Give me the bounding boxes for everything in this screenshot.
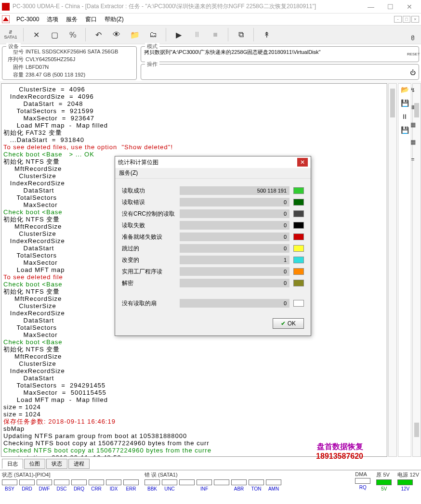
power-icon[interactable]: ⏻ bbox=[407, 69, 419, 81]
mdi-minimize[interactable]: - bbox=[394, 16, 402, 23]
status-led bbox=[376, 479, 392, 485]
dialog-close-button[interactable]: ✕ bbox=[297, 158, 308, 167]
mdi-restore[interactable]: □ bbox=[403, 16, 410, 23]
copy-icon[interactable]: ⧉ bbox=[233, 27, 249, 42]
halt-icon[interactable]: ⏸ bbox=[407, 104, 419, 116]
status-led bbox=[2, 479, 17, 485]
status-cell: BBK bbox=[145, 479, 160, 491]
device-capacity: 238.47 GB (500 118 192) bbox=[26, 72, 85, 78]
status-cell bbox=[214, 479, 229, 491]
status-label: 5V bbox=[381, 486, 387, 491]
back-icon[interactable]: ↶ bbox=[91, 27, 106, 42]
stat-row: 没有CRC控制的读取0 bbox=[122, 209, 304, 218]
status-dma: DMA RQ bbox=[355, 471, 370, 490]
mdi-close[interactable]: × bbox=[411, 16, 419, 23]
close-button[interactable]: ✕ bbox=[400, 0, 419, 13]
dialog-body: 读取成功500 118 191读取错误0没有CRC控制的读取0读取失败0准备就绪… bbox=[115, 179, 311, 314]
folders-icon[interactable]: 🗂 bbox=[145, 27, 161, 42]
mdi-controls: - □ × bbox=[394, 16, 419, 23]
stat-value: 1 bbox=[180, 256, 289, 264]
minimize-button[interactable]: — bbox=[361, 0, 381, 13]
play-icon[interactable]: ▶ bbox=[171, 27, 186, 42]
ok-button[interactable]: OK bbox=[273, 318, 304, 329]
status-cell: CRR bbox=[89, 479, 104, 491]
device-model: INTEL SSDSCKKF256H6 SATA 256GB bbox=[26, 49, 118, 54]
stat-row: 读取成功500 118 191 bbox=[122, 186, 304, 195]
status-bar: 状态 (SATA1)-[PIO4] BSYDRDDWFDSCDRQCRRIDXE… bbox=[0, 470, 421, 492]
status-led bbox=[123, 479, 139, 485]
stop-icon[interactable]: ■ bbox=[208, 27, 223, 42]
status-label: BBK bbox=[147, 486, 157, 491]
dialog-title: 统计和计算位图 bbox=[118, 158, 297, 167]
status-led bbox=[106, 479, 121, 485]
stat-value: 0 bbox=[180, 244, 289, 253]
status-cell: 12V bbox=[397, 479, 413, 491]
main-toolbar: ⇵SATA1 ✕ ▢ ⁰⁄₀ ↶ 👁 📁 🗂 ▶ ⏸ ■ ⧉ ↟ bbox=[0, 25, 421, 44]
sata-button[interactable]: ⇵SATA1 bbox=[3, 27, 18, 42]
menu-help[interactable]: 帮助(Z) bbox=[101, 15, 127, 24]
stat-value: 0 bbox=[180, 267, 289, 276]
stat-value: 0 bbox=[180, 233, 289, 241]
stat-row: 解密0 bbox=[122, 279, 304, 287]
status-label: BSY bbox=[5, 486, 14, 491]
dialog-titlebar[interactable]: 统计和计算位图 ✕ bbox=[115, 156, 311, 168]
tab-log[interactable]: 日志 bbox=[2, 459, 23, 469]
status-led bbox=[266, 479, 281, 485]
folder-icon[interactable]: 📁 bbox=[127, 27, 143, 42]
stat-value: 0 bbox=[180, 299, 289, 308]
report-icon[interactable]: ▢ bbox=[47, 27, 62, 42]
percent-icon[interactable]: ⁰⁄₀ bbox=[65, 27, 80, 42]
status-label: ERR bbox=[126, 486, 136, 491]
color-swatch bbox=[293, 280, 304, 286]
db-icon[interactable]: 🛢 bbox=[407, 35, 419, 46]
gauge-icon[interactable]: ↟ bbox=[259, 27, 274, 42]
tab-status[interactable]: 状态 bbox=[46, 459, 67, 469]
mode-box: 模式 拷贝数据到"A:\PC3000\广东快递来的2258G固态硬盘201809… bbox=[141, 46, 419, 62]
stat-value: 0 bbox=[180, 209, 289, 218]
color-swatch bbox=[293, 233, 304, 240]
menu-app[interactable]: PC-3000 bbox=[13, 16, 43, 23]
status-led bbox=[19, 479, 35, 485]
dialog-menu-services[interactable]: 服务(Z) bbox=[115, 168, 311, 179]
tools-icon[interactable]: ✕ bbox=[28, 27, 44, 42]
stat-row: 准备就绪失败设0 bbox=[122, 233, 304, 241]
status-12v: 电源 12V 12V bbox=[397, 471, 419, 491]
app-icon bbox=[2, 3, 10, 11]
color-swatch bbox=[293, 245, 304, 252]
binoculars-icon[interactable]: 👁 bbox=[109, 27, 124, 42]
window-title: PC-3000 UDMA-E - China - [Data Extractor… bbox=[13, 2, 361, 11]
device-box: 设备 型号INTEL SSDSCKKF256H6 SATA 256GB 序列号C… bbox=[2, 46, 137, 80]
stat-label: 读取错误 bbox=[122, 198, 180, 207]
log-scrollbar[interactable] bbox=[388, 83, 397, 457]
tab-process[interactable]: 进程 bbox=[68, 459, 90, 469]
chip-icon[interactable]: ▦ bbox=[407, 121, 419, 133]
pause-icon[interactable]: ⏸ bbox=[189, 27, 205, 42]
probe-icon[interactable]: ↯ bbox=[407, 87, 419, 98]
status-led bbox=[37, 479, 52, 485]
status-cell: DRQ bbox=[71, 479, 87, 491]
status-label: AMN bbox=[268, 486, 279, 491]
menu-window[interactable]: 窗口 bbox=[81, 15, 101, 24]
color-swatch bbox=[293, 257, 304, 263]
status-cell: TON bbox=[249, 479, 264, 491]
maximize-button[interactable]: ☐ bbox=[381, 0, 400, 13]
link-icon[interactable]: = bbox=[407, 156, 419, 168]
status-sata: 状态 (SATA1)-[PIO4] BSYDRDDWFDSCDRQCRRIDXE… bbox=[2, 471, 139, 491]
stats-dialog: 统计和计算位图 ✕ 服务(Z) 读取成功500 118 191读取错误0没有CR… bbox=[115, 156, 311, 336]
status-led bbox=[214, 479, 229, 485]
stat-row-unread: 没有读取的扇0 bbox=[122, 299, 304, 308]
menu-services[interactable]: 服务 bbox=[62, 15, 81, 24]
device-serial: CVLY642505HZ256J bbox=[26, 56, 75, 62]
menu-options[interactable]: 选项 bbox=[43, 15, 62, 24]
status-cell: ERR bbox=[123, 479, 139, 491]
stat-row: 改变的1 bbox=[122, 256, 304, 264]
tab-bitmap[interactable]: 位图 bbox=[24, 459, 45, 469]
status-cell: DSC bbox=[54, 479, 69, 491]
chip2-icon[interactable]: ▦ bbox=[407, 139, 419, 150]
reset-icon[interactable]: RESET bbox=[407, 52, 419, 64]
color-swatch bbox=[293, 210, 304, 217]
color-swatch bbox=[293, 300, 304, 307]
mode-text: 拷贝数据到"A:\PC3000\广东快递来的2258G固态硬盘20180911\… bbox=[144, 49, 416, 56]
status-cell: RQ bbox=[355, 478, 370, 490]
color-swatch bbox=[293, 187, 304, 194]
